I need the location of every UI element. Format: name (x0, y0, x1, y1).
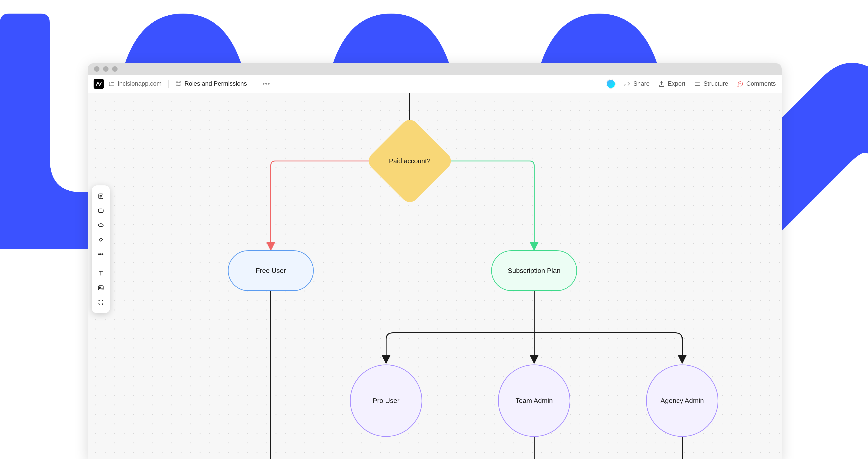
share-label: Share (633, 80, 650, 87)
structure-label: Structure (704, 80, 728, 87)
tool-document-shape[interactable] (94, 189, 107, 203)
connector-decision-no (271, 161, 379, 249)
comments-label: Comments (746, 80, 776, 87)
svg-point-2 (176, 85, 178, 86)
breadcrumb-project-label: Incisionapp.com (118, 80, 162, 87)
tool-text[interactable] (94, 267, 107, 280)
export-label: Export (668, 80, 685, 87)
pro-user-label: Pro User (373, 397, 399, 404)
export-icon (658, 81, 665, 87)
share-button[interactable]: Share (624, 80, 650, 87)
export-button[interactable]: Export (658, 80, 685, 87)
svg-rect-5 (98, 209, 103, 213)
toolbar-divider (96, 264, 105, 264)
window-close-button[interactable] (94, 66, 99, 72)
app-window: Incisionapp.com Roles and Permissions ••… (88, 63, 782, 459)
window-titlebar (88, 63, 782, 74)
free-user-label: Free User (256, 267, 286, 275)
folder-icon (108, 81, 115, 87)
tool-frame[interactable] (94, 296, 107, 309)
structure-button[interactable]: Structure (694, 80, 728, 87)
user-avatar[interactable] (606, 79, 615, 88)
process-node-free-user[interactable]: Free User (228, 250, 314, 291)
app-logo[interactable] (94, 79, 104, 89)
tool-diamond-shape[interactable] (94, 233, 107, 246)
subscription-label: Subscription Plan (508, 267, 560, 275)
tool-ellipse-shape[interactable] (94, 218, 107, 232)
svg-point-0 (176, 82, 178, 83)
shape-toolbar (92, 185, 110, 313)
role-node-agency-admin[interactable]: Agency Admin (646, 365, 718, 437)
tool-rectangle-shape[interactable] (94, 204, 107, 217)
breadcrumb-page[interactable]: Roles and Permissions (176, 80, 247, 87)
tool-more-shapes[interactable] (94, 247, 107, 261)
tool-image[interactable] (94, 281, 107, 295)
more-menu-button[interactable]: ••• (260, 80, 272, 87)
role-node-pro-user[interactable]: Pro User (350, 365, 422, 437)
role-node-team-admin[interactable]: Team Admin (498, 365, 570, 437)
sitemap-icon (176, 81, 182, 87)
svg-point-10 (102, 254, 103, 254)
diagram-canvas[interactable]: Paid account? Free User Subscription Pla… (88, 93, 782, 459)
team-admin-label: Team Admin (515, 397, 553, 404)
svg-point-3 (180, 85, 181, 86)
decision-label: Paid account? (389, 157, 431, 165)
window-minimize-button[interactable] (103, 66, 108, 72)
structure-icon (694, 81, 701, 87)
svg-point-6 (98, 224, 103, 226)
app-toolbar: Incisionapp.com Roles and Permissions ••… (88, 74, 782, 93)
window-maximize-button[interactable] (112, 66, 118, 72)
svg-point-8 (98, 254, 99, 254)
agency-admin-label: Agency Admin (660, 397, 704, 404)
svg-rect-7 (99, 238, 102, 241)
breadcrumb-page-label: Roles and Permissions (184, 80, 247, 87)
process-node-subscription-plan[interactable]: Subscription Plan (491, 250, 577, 291)
share-icon (624, 81, 631, 87)
comments-icon (737, 81, 743, 87)
svg-point-1 (180, 82, 181, 83)
connector-decision-yes (441, 161, 534, 249)
svg-point-9 (100, 254, 101, 254)
breadcrumb-project[interactable]: Incisionapp.com (108, 80, 162, 87)
comments-button[interactable]: Comments (737, 80, 776, 87)
